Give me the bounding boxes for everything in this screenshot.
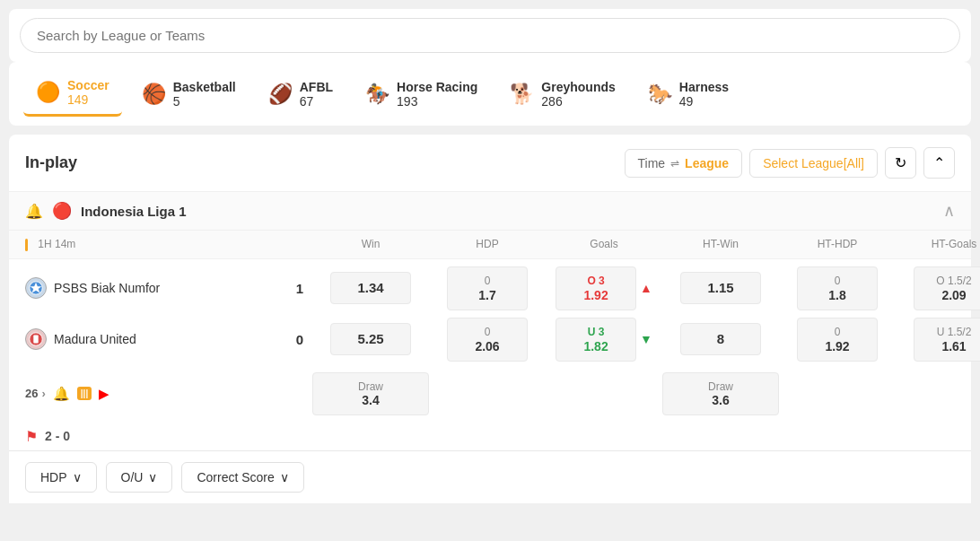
team2-goals-value: 1.82 (583, 339, 608, 353)
team1-goals-cell: O 3 1.92 ▲ (546, 266, 662, 310)
horse-racing-count: 193 (397, 94, 477, 109)
team1-hdp-bottom: 1.7 (478, 288, 495, 302)
bell-match-icon[interactable]: 🔔 (53, 386, 70, 402)
sport-item-greyhounds[interactable]: 🐕 Greyhounds 286 (497, 73, 627, 116)
team1-goals-btn[interactable]: O 3 1.92 (556, 266, 636, 310)
team2-ht-win-cell: 8 (662, 323, 779, 355)
team2-hdp-cell: 0 2.06 (429, 318, 546, 362)
team1-ht-goals-label: O 1.5/2 (936, 275, 971, 287)
greyhounds-name: Greyhounds (541, 80, 615, 94)
basketball-name: Basketball (173, 80, 236, 94)
col-ht-hdp: HT-HDP (779, 238, 896, 251)
basketball-icon: 🏀 (142, 83, 166, 106)
score-row: ⚑ 2 - 0 (9, 423, 971, 450)
bottom-bar: HDP ∨ O/U ∨ Correct Score ∨ (9, 450, 971, 503)
team1-cell: PSBS Biak Numfor 1 (25, 277, 312, 299)
league-row: 🔔 🔴 Indonesia Liga 1 ∧ (9, 192, 971, 231)
sport-item-horse-racing[interactable]: 🏇 Horse Racing 193 (353, 73, 490, 116)
col-hdp: HDP (429, 238, 546, 251)
hdp-filter-btn[interactable]: HDP ∨ (25, 462, 97, 493)
team1-win-cell: 1.34 (312, 272, 429, 304)
draw-btn[interactable]: Draw 3.4 (312, 372, 429, 415)
collapse-button[interactable]: ⌃ (923, 147, 955, 179)
ou-chevron-icon: ∨ (148, 470, 157, 484)
refresh-button[interactable]: ↻ (885, 147, 916, 179)
col-ht-goals: HT-Goals (896, 238, 980, 251)
ou-label: O/U (121, 470, 144, 484)
team2-goals-cell: U 3 1.82 ▼ (546, 318, 662, 362)
team2-ht-goals-btn[interactable]: U 1.5/2 1.61 (914, 318, 980, 362)
team1-logo (25, 277, 47, 299)
greyhounds-icon: 🐕 (510, 83, 534, 106)
team1-score: 1 (296, 281, 312, 296)
team1-goals-display: O 3 1.92 (571, 275, 621, 302)
ht-draw-label: Draw (708, 380, 733, 393)
sport-item-afbl[interactable]: 🏈 AFBL 67 (256, 73, 346, 116)
time-league-toggle[interactable]: Time ⇌ League (625, 149, 743, 178)
stats-icon[interactable]: ||| (77, 387, 92, 400)
team2-win-cell: 5.25 (312, 323, 429, 355)
up-arrow-icon: ▲ (640, 281, 652, 295)
team2-goals-display: U 3 1.82 (571, 326, 621, 353)
team1-goals-value: 1.92 (583, 288, 608, 302)
team2-hdp-bottom: 2.06 (475, 339, 499, 353)
team1-ht-hdp-btn[interactable]: 0 1.8 (797, 266, 878, 310)
ht-draw-btn[interactable]: Draw 3.6 (662, 372, 779, 415)
indonesia-flag-icon: 🔴 (52, 201, 72, 221)
team1-win-odds: 1.34 (357, 280, 383, 295)
sport-item-basketball[interactable]: 🏀 Basketball 5 (129, 73, 249, 116)
team2-hdp-btn[interactable]: 0 2.06 (447, 318, 528, 362)
time-label: Time (638, 156, 666, 170)
search-input[interactable] (20, 18, 960, 53)
team2-hdp-top: 0 (485, 326, 491, 338)
team2-goals-label: U 3 (588, 326, 605, 338)
team2-ht-win-btn[interactable]: 8 (680, 323, 761, 355)
team1-win-btn[interactable]: 1.34 (330, 272, 411, 304)
correct-score-filter-btn[interactable]: Correct Score ∨ (181, 462, 303, 493)
team2-name: Madura United (54, 332, 136, 346)
draw-row: 26 › 🔔 ||| ▶ Draw 3.4 Draw 3.6 (9, 369, 971, 423)
team2-ht-hdp-top: 0 (835, 326, 841, 338)
draw-label: Draw (358, 380, 383, 393)
sport-item-harness[interactable]: 🐎 Harness 49 (635, 73, 741, 116)
team2-hdp-display: 0 2.06 (462, 326, 512, 353)
league-name: Indonesia Liga 1 (81, 204, 187, 219)
team1-hdp-btn[interactable]: 0 1.7 (447, 266, 528, 310)
harness-count: 49 (679, 94, 729, 109)
match-minute: 26 › (25, 387, 46, 400)
team1-ht-win-btn[interactable]: 1.15 (680, 272, 761, 304)
team1-hdp-top: 0 (485, 275, 491, 287)
hdp-chevron-icon: ∨ (73, 470, 82, 484)
team2-row: Madura United 0 5.25 0 2.06 U 3 1.82 (9, 314, 971, 369)
horse-racing-name: Horse Racing (397, 80, 477, 94)
draw-odds: 3.4 (362, 393, 379, 407)
harness-name: Harness (679, 80, 729, 94)
team2-goals-btn[interactable]: U 3 1.82 (556, 318, 636, 362)
video-icon[interactable]: ▶ (99, 386, 109, 402)
select-league-button[interactable]: Select League[All] (749, 149, 878, 178)
team2-win-btn[interactable]: 5.25 (330, 323, 411, 355)
chevron-up-icon: ⌃ (933, 155, 945, 170)
soccer-icon: 🟠 (36, 81, 60, 104)
flag-score-icon: ⚑ (25, 428, 38, 445)
team2-ht-hdp-bottom: 1.92 (825, 339, 849, 353)
team2-ht-goals-cell: U 1.5/2 1.61 (896, 318, 980, 362)
team1-row: PSBS Biak Numfor 1 1.34 0 1.7 O 3 1.92 (9, 259, 971, 314)
select-league-text: Select League (763, 156, 844, 170)
league-collapse-icon[interactable]: ∧ (943, 201, 955, 221)
team1-ht-goals-val: 2.09 (941, 288, 966, 302)
ht-draw-cell: Draw 3.6 (678, 380, 764, 407)
team2-logo (25, 328, 47, 350)
sport-item-soccer[interactable]: 🟠 Soccer 149 (23, 71, 122, 117)
team1-ht-win-cell: 1.15 (662, 272, 779, 304)
ou-filter-btn[interactable]: O/U ∨ (106, 462, 173, 493)
correct-score-chevron-icon: ∨ (280, 470, 289, 484)
sports-nav: 🟠 Soccer 149 🏀 Basketball 5 🏈 AFBL 67 🏇 … (9, 62, 971, 126)
main-content: In-play Time ⇌ League Select League[All]… (9, 135, 971, 503)
afbl-name: AFBL (300, 80, 333, 94)
team1-goals-label: O 3 (587, 275, 604, 287)
team2-ht-hdp-btn[interactable]: 0 1.92 (797, 318, 878, 362)
team1-ht-goals-btn[interactable]: O 1.5/2 2.09 (914, 266, 980, 310)
soccer-name: Soccer (67, 78, 109, 92)
bell-icon[interactable]: 🔔 (25, 203, 43, 220)
